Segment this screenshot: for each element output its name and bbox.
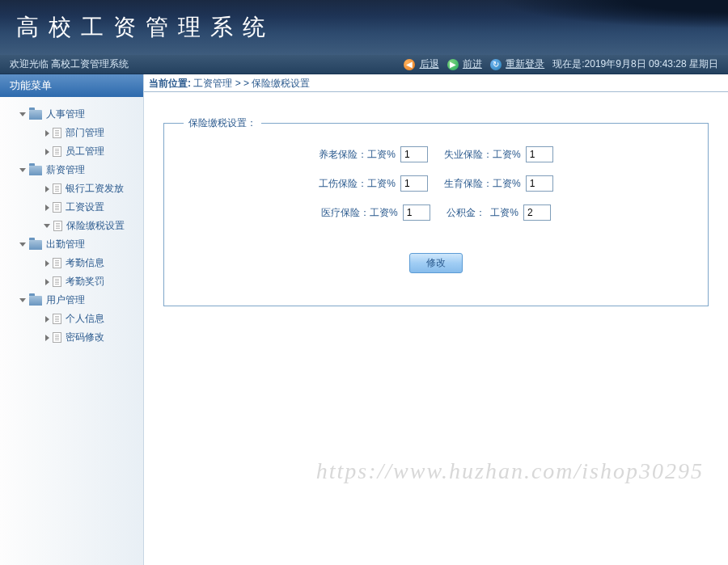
toggle-collapsed-icon (45, 204, 49, 211)
sidebar-item-dept[interactable]: 部门管理 (5, 124, 138, 142)
toggle-expanded-icon (19, 112, 26, 116)
field-label: 失业保险：工资% (444, 148, 521, 162)
page-icon (53, 183, 61, 194)
sidebar-item-label: 出勤管理 (46, 238, 85, 251)
toggle-expanded-icon (19, 242, 26, 247)
topbar: 欢迎光临 高校工资管理系统 ◀ 后退 ▶ 前进 ↻ 重新登录 现在是:2019年… (0, 55, 728, 74)
field-label: 养老保险：工资% (319, 148, 396, 162)
page-icon (53, 276, 61, 287)
sidebar-item-label: 工资设置 (66, 200, 104, 214)
sidebar-item-user[interactable]: 用户管理 (5, 291, 138, 310)
field-label: 医疗保险：工资% (321, 206, 398, 220)
forward-label: 前进 (463, 58, 482, 70)
sidebar-item-label: 个人信息 (66, 312, 104, 326)
sidebar: 功能菜单 人事管理 部门管理 员工管理 薪资管理 (0, 74, 144, 565)
folder-icon (29, 110, 42, 120)
page-icon (53, 221, 62, 231)
forward-arrow-icon: ▶ (447, 59, 459, 70)
main-panel: 当前位置: 工资管理 > > 保险缴税设置 保险缴税设置： 养老保险：工资% 失… (144, 74, 728, 565)
page-icon (53, 314, 61, 324)
sidebar-item-salary[interactable]: 薪资管理 (5, 161, 138, 179)
sidebar-item-label: 考勤奖罚 (66, 275, 104, 289)
sidebar-item-attend-info[interactable]: 考勤信息 (5, 254, 138, 272)
toggle-collapsed-icon (45, 149, 49, 155)
field-gongshang: 工伤保险：工资% (319, 175, 428, 192)
sidebar-item-label: 人事管理 (46, 108, 85, 121)
sidebar-item-insurance-tax[interactable]: 保险缴税设置 (5, 217, 138, 235)
sidebar-item-label: 考勤信息 (66, 256, 104, 270)
sidebar-item-attendance[interactable]: 出勤管理 (5, 235, 138, 254)
welcome-text: 欢迎光临 高校工资管理系统 (10, 57, 129, 71)
field-yiliao: 医疗保险：工资% (321, 204, 430, 221)
shengyu-input[interactable] (526, 175, 553, 192)
field-label: 工伤保险：工资% (319, 177, 396, 191)
relogin-link[interactable]: ↻ 重新登录 (490, 57, 544, 71)
sidebar-item-hr[interactable]: 人事管理 (5, 105, 138, 124)
insurance-fieldset: 保险缴税设置： 养老保险：工资% 失业保险：工资% 工伤保险：工资% (163, 116, 709, 306)
datetime-value: 2019年9月8日 09:43:28 星期日 (585, 58, 718, 70)
field-shiye: 失业保险：工资% (444, 146, 553, 162)
breadcrumb: 当前位置: 工资管理 > > 保险缴税设置 (144, 74, 728, 92)
toggle-collapsed-icon (45, 130, 49, 137)
button-row: 修改 (184, 253, 688, 273)
sidebar-title: 功能菜单 (0, 74, 143, 97)
sidebar-item-bank-pay[interactable]: 银行工资发放 (5, 179, 138, 198)
toggle-collapsed-icon (45, 316, 49, 323)
breadcrumb-path: 工资管理 > > 保险缴税设置 (193, 78, 310, 89)
gongshang-input[interactable] (400, 175, 428, 192)
yiliao-input[interactable] (403, 204, 430, 221)
main-layout: 功能菜单 人事管理 部门管理 员工管理 薪资管理 (0, 74, 728, 565)
page-icon (53, 258, 61, 268)
sidebar-item-label: 薪资管理 (46, 163, 85, 177)
toggle-expanded-icon (19, 298, 26, 302)
sidebar-item-label: 保险缴税设置 (66, 219, 125, 233)
page-icon (53, 332, 61, 343)
field-yanglao: 养老保险：工资% (319, 146, 428, 162)
yanglao-input[interactable] (400, 146, 428, 162)
sidebar-item-profile[interactable]: 个人信息 (5, 310, 138, 328)
app-header: 高校工资管理系统 (0, 0, 728, 55)
page-icon (53, 202, 61, 213)
datetime: 现在是:2019年9月8日 09:43:28 星期日 (552, 57, 718, 71)
field-label: 公积金： 工资% (447, 206, 518, 220)
sidebar-item-attend-reward[interactable]: 考勤奖罚 (5, 272, 138, 291)
sidebar-item-label: 密码修改 (66, 331, 104, 344)
page-icon (53, 146, 61, 157)
relogin-icon: ↻ (490, 59, 502, 70)
sidebar-item-salary-set[interactable]: 工资设置 (5, 198, 138, 217)
submit-button[interactable]: 修改 (409, 253, 463, 273)
back-arrow-icon: ◀ (404, 59, 415, 70)
back-link[interactable]: ◀ 后退 (404, 57, 438, 71)
nav-tree: 人事管理 部门管理 员工管理 薪资管理 银行工资发放 (0, 97, 143, 355)
field-shengyu: 生育保险：工资% (444, 175, 553, 192)
content: 保险缴税设置： 养老保险：工资% 失业保险：工资% 工伤保险：工资% (144, 92, 728, 565)
page-icon (53, 128, 61, 138)
toggle-collapsed-icon (45, 279, 49, 285)
folder-icon (29, 296, 42, 306)
sidebar-item-label: 员工管理 (66, 145, 104, 158)
toggle-collapsed-icon (45, 335, 49, 341)
toggle-collapsed-icon (45, 260, 49, 267)
gongjijin-input[interactable] (523, 204, 551, 221)
field-label: 生育保险：工资% (444, 177, 521, 191)
sidebar-item-employee[interactable]: 员工管理 (5, 142, 138, 161)
toggle-expanded-icon (44, 224, 50, 228)
form-row: 养老保险：工资% 失业保险：工资% (184, 146, 688, 162)
shiye-input[interactable] (526, 146, 553, 162)
sidebar-item-password[interactable]: 密码修改 (5, 328, 138, 347)
app-title: 高校工资管理系统 (16, 12, 275, 43)
toggle-expanded-icon (19, 168, 26, 172)
back-label: 后退 (420, 58, 439, 70)
sidebar-item-label: 部门管理 (66, 126, 104, 140)
field-gongjijin: 公积金： 工资% (447, 204, 551, 221)
form-row: 工伤保险：工资% 生育保险：工资% (184, 175, 688, 192)
datetime-prefix: 现在是: (552, 58, 584, 70)
folder-icon (29, 240, 42, 250)
forward-link[interactable]: ▶ 前进 (447, 57, 482, 71)
topbar-right: ◀ 后退 ▶ 前进 ↻ 重新登录 现在是:2019年9月8日 09:43:28 … (404, 57, 718, 71)
toggle-collapsed-icon (45, 186, 49, 192)
sidebar-item-label: 用户管理 (46, 293, 85, 307)
header-decor (453, 0, 728, 55)
breadcrumb-prefix: 当前位置: (149, 78, 191, 89)
fieldset-legend: 保险缴税设置： (184, 116, 261, 130)
